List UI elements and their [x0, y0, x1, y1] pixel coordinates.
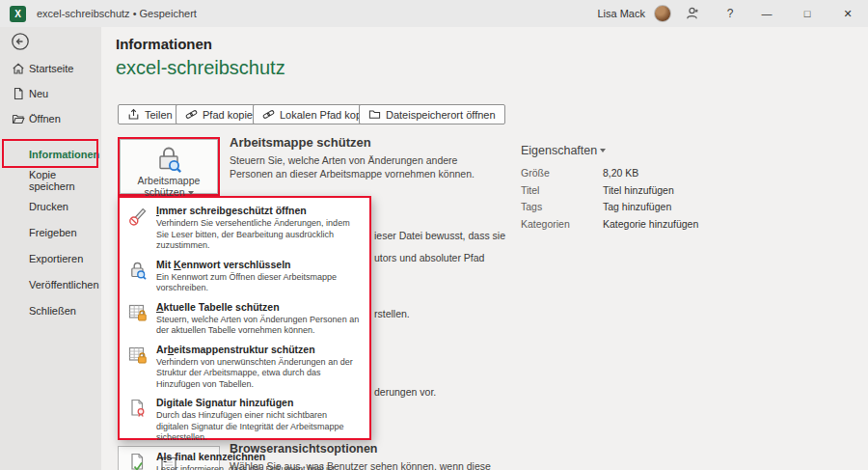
menu-item-desc: Durch das Hinzufügen einer nicht sichtba… — [156, 410, 362, 444]
sidebar-item-neu[interactable]: Neu — [0, 81, 101, 106]
menu-item-title: Immer schreibgeschützt öffnen — [156, 205, 362, 217]
property-row-tags: Tags Tag hinzufügen — [521, 201, 858, 213]
chevron-down-icon — [600, 149, 606, 152]
menu-item-title: Mit Kennwort verschlüsseln — [156, 259, 362, 271]
chevron-down-icon — [188, 191, 194, 195]
protect-workbook-dropdown-menu: Immer schreibgeschützt öffnen Verhindern… — [118, 196, 371, 440]
help-button[interactable]: ? — [714, 7, 746, 20]
menu-item-mit-kennwort-verschluesseln[interactable]: Mit Kennwort verschlüsseln Ein Kennwort … — [120, 256, 369, 298]
property-row-groesse: Größe 8,20 KB — [521, 167, 858, 180]
menu-item-desc: Verhindern von unerwünschten Änderungen … — [156, 357, 362, 391]
backstage-sidebar: Startseite Neu Öffnen Informationen Kopi… — [0, 27, 101, 470]
property-value-add-category[interactable]: Kategorie hinzufügen — [603, 218, 698, 231]
title-bar: X excel-schreibschutz • Gespeichert Lisa… — [0, 0, 868, 27]
lock-magnifier-icon — [127, 259, 150, 294]
backstage-content: Informationen excel-schreibschutz Teilen… — [101, 27, 868, 470]
menu-item-arbeitsmappenstruktur-schuetzen[interactable]: Arbeitsmappenstruktur schützen Verhinder… — [120, 341, 369, 395]
property-label: Kategorien — [521, 218, 603, 231]
sidebar-item-label: Öffnen — [29, 113, 61, 124]
page-title: Informationen — [116, 36, 212, 52]
sidebar-item-exportieren[interactable]: Exportieren — [0, 246, 101, 271]
property-row-titel: Titel Titel hinzufügen — [521, 184, 858, 197]
excel-app-icon: X — [10, 6, 26, 22]
sidebar-item-label: Startseite — [29, 63, 73, 74]
menu-item-digitale-signatur-hinzufuegen[interactable]: Digitale Signatur hinzufügen Durch das H… — [120, 394, 369, 448]
maximize-button[interactable]: □ — [787, 0, 827, 27]
open-folder-icon — [12, 112, 25, 125]
share-button[interactable]: Teilen — [118, 104, 182, 124]
home-icon — [12, 62, 25, 75]
close-button[interactable]: ✕ — [827, 0, 868, 27]
sidebar-item-label: Exportieren — [29, 253, 83, 264]
open-file-location-button[interactable]: Dateispeicherort öffnen — [359, 104, 505, 124]
background-text-fragment: utors und absoluter Pfad — [374, 252, 484, 263]
menu-item-desc: Steuern, welche Arten von Änderungen Per… — [156, 315, 362, 337]
sidebar-item-oeffnen[interactable]: Öffnen — [0, 106, 101, 131]
protect-section-title: Arbeitsmappe schützen — [230, 135, 504, 150]
property-value-add-title[interactable]: Titel hinzufügen — [603, 184, 674, 197]
background-text-fragment: ieser Datei bewusst, dass sie — [374, 230, 505, 241]
sidebar-item-freigeben[interactable]: Freigeben — [0, 220, 101, 245]
protect-workbook-button-label-1: Arbeitsmappe — [138, 175, 201, 186]
property-row-kategorien: Kategorien Kategorie hinzufügen — [521, 218, 858, 231]
menu-item-title: Als final kennzeichnen — [156, 451, 338, 463]
link-icon — [262, 108, 275, 121]
background-text-fragment: derungen vor. — [374, 386, 436, 398]
sidebar-item-drucken[interactable]: Drucken — [0, 194, 101, 219]
minimize-button[interactable]: — — [746, 0, 787, 27]
properties-panel: Eigenschaften Größe 8,20 KB Titel Titel … — [521, 141, 858, 231]
background-text-fragment: rstellen. — [374, 308, 410, 319]
sidebar-item-label: Schließen — [29, 305, 76, 317]
sidebar-item-label: Informationen — [29, 149, 99, 160]
sidebar-item-veroeffentlichen[interactable]: Veröffentlichen — [0, 272, 101, 297]
lock-magnifier-icon — [153, 144, 184, 175]
workbook-structure-lock-icon — [127, 344, 150, 391]
share-button-label: Teilen — [145, 109, 173, 121]
property-label: Titel — [521, 184, 603, 197]
menu-item-title: Digitale Signatur hinzufügen — [156, 397, 362, 409]
menu-item-aktuelle-tabelle-schuetzen[interactable]: Aktuelle Tabelle schützen Steuern, welch… — [120, 298, 369, 341]
sidebar-item-startseite[interactable]: Startseite — [0, 56, 101, 81]
menu-item-immer-schreibgeschuetzt-oeffnen[interactable]: Immer schreibgeschützt öffnen Verhindern… — [120, 202, 369, 256]
menu-item-desc: Leser informieren, dass das Dokument fin… — [156, 464, 338, 470]
file-title: excel-schreibschutz — [116, 57, 285, 79]
sidebar-item-label: Freigeben — [29, 227, 77, 238]
new-document-icon — [12, 87, 25, 100]
back-button[interactable] — [11, 32, 30, 51]
window-title: excel-schreibschutz • Gespeichert — [37, 8, 197, 19]
sidebar-item-schliessen[interactable]: Schließen — [0, 298, 101, 323]
menu-item-desc: Verhindern Sie versehentliche Änderungen… — [156, 218, 362, 252]
property-value: 8,20 KB — [603, 167, 638, 180]
menu-item-desc: Ein Kennwort zum Öffnen dieser Arbeitsma… — [156, 272, 362, 294]
property-value-add-tag[interactable]: Tag hinzufügen — [603, 201, 671, 213]
sidebar-item-label: Drucken — [29, 201, 68, 212]
menu-item-als-final-kennzeichnen[interactable]: Als final kennzeichnen Leser informieren… — [120, 448, 369, 470]
sidebar-item-kopie-speichern[interactable]: Kopie speichern — [0, 168, 101, 193]
sidebar-item-informationen[interactable]: Informationen — [0, 142, 101, 167]
menu-item-title: Arbeitsmappenstruktur schützen — [156, 344, 362, 356]
sidebar-item-label: Kopie speichern — [29, 169, 101, 192]
protect-section-desc: Steuern Sie, welche Arten von Änderungen… — [230, 153, 492, 180]
protect-workbook-button[interactable]: Arbeitsmappe schützen — [118, 137, 220, 196]
link-icon — [185, 108, 198, 121]
open-file-location-button-label: Dateispeicherort öffnen — [386, 109, 496, 121]
property-label: Größe — [521, 167, 603, 180]
protect-workbook-section: Arbeitsmappe schützen Steuern Sie, welch… — [230, 135, 504, 180]
property-label: Tags — [521, 201, 603, 213]
sidebar-item-label: Neu — [29, 88, 48, 99]
document-seal-icon — [127, 397, 150, 444]
user-avatar[interactable] — [654, 5, 671, 22]
sidebar-item-label: Veröffentlichen — [29, 279, 99, 290]
document-check-icon — [127, 451, 150, 470]
properties-header[interactable]: Eigenschaften — [521, 141, 858, 158]
people-icon[interactable] — [685, 6, 714, 21]
user-name: Lisa Mack — [597, 8, 645, 19]
menu-item-title: Aktuelle Tabelle schützen — [156, 301, 362, 314]
sheet-lock-icon — [127, 301, 150, 337]
pencil-block-icon — [127, 205, 150, 252]
excel-backstage-window: X excel-schreibschutz • Gespeichert Lisa… — [0, 0, 868, 470]
folder-icon — [368, 108, 381, 121]
share-icon — [127, 108, 140, 121]
